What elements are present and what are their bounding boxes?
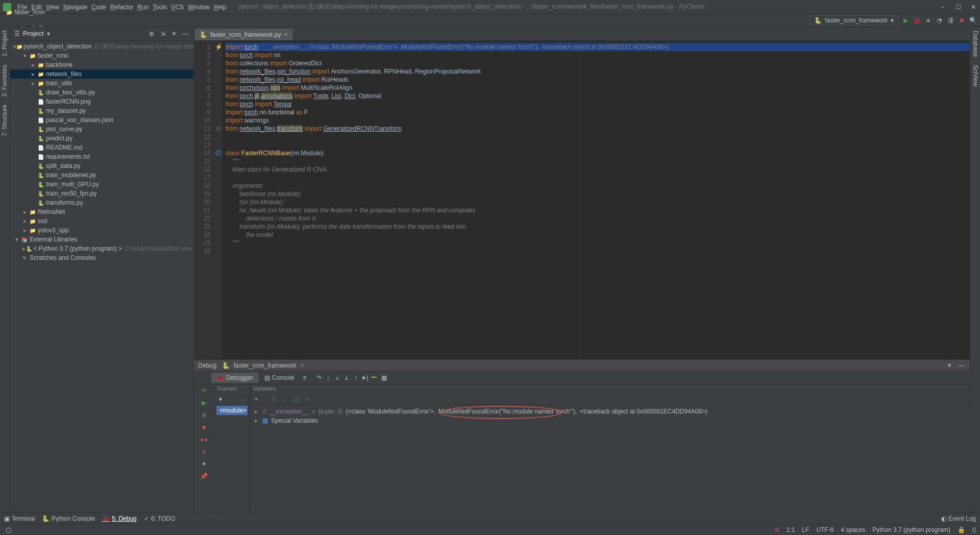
frame-down-icon[interactable]: ↓ [239, 395, 247, 403]
tree-item-backbone[interactable]: ▸📁backbone [10, 60, 193, 69]
tree-item-ssd[interactable]: ▸📁ssd [10, 216, 193, 226]
menu-help[interactable]: Help [212, 3, 229, 12]
profile-button[interactable]: ◔ [935, 16, 943, 25]
tree-item-network-files[interactable]: ▸📁network_files [10, 69, 193, 79]
run-to-cursor-icon[interactable]: ➤| [361, 374, 369, 382]
layout-icon[interactable]: ▦ [380, 374, 388, 382]
tree-item-draw-box-utils-py[interactable]: 🐍draw_box_utils.py [10, 88, 193, 97]
add-watch-icon[interactable]: + [252, 395, 260, 403]
var-exception[interactable]: ▸ ≡ __exception__ = {tuple: 3} (<class '… [253, 407, 967, 416]
stop-button[interactable]: ■ [958, 16, 966, 25]
console-tab[interactable]: ▤Console [259, 373, 300, 383]
breadcrumb-1[interactable]: 📁faster_rcnn [3, 9, 88, 16]
run-button[interactable]: ▶ [901, 16, 910, 25]
tw-eventlog[interactable]: ◐Event Log [941, 515, 976, 522]
var-special[interactable]: ▸ ▦ Special Variables [253, 416, 967, 425]
status-imgpipe-icon[interactable]: ⎙ [972, 526, 976, 533]
frame-up-icon[interactable]: ↑ [228, 395, 236, 403]
tree-item-spilt-data-py[interactable]: 🐍spilt_data.py [10, 161, 193, 171]
tw-todo[interactable]: ✓6: TODO [144, 515, 176, 522]
chevron-down-icon[interactable]: ▾ [47, 30, 50, 37]
tree-item-train-multi-gpu-py[interactable]: 🐍train_multi_GPU.py [10, 180, 193, 189]
status-indent[interactable]: 4 spaces [841, 526, 865, 533]
force-step-icon[interactable]: ⤓ [342, 374, 351, 382]
variables-body[interactable]: ▸ ≡ __exception__ = {tuple: 3} (<class '… [250, 405, 970, 513]
tab-faster-rcnn-framework[interactable]: 🐍 faster_rcnn_framework.py × [194, 28, 293, 40]
close-button[interactable]: ✕ [970, 4, 977, 11]
search-everywhere-button[interactable]: 🔍 [969, 16, 977, 25]
tree-item-requirements-txt[interactable]: 📄requirements.txt [10, 152, 193, 161]
menu-code[interactable]: Code [89, 3, 108, 12]
menu-run[interactable]: Run [135, 3, 151, 12]
tree-item-external-libraries[interactable]: ▾📚External Libraries [10, 235, 193, 244]
settings-icon[interactable]: ✶ [170, 30, 178, 38]
expand-icon[interactable]: ▸ [253, 417, 259, 424]
status-error-icon[interactable]: ⊘ [774, 526, 779, 533]
tree-item-train-utils[interactable]: ▸📁train_utils [10, 79, 193, 88]
mute-breakpoints-icon[interactable]: ⊘ [200, 448, 208, 456]
status-le[interactable]: LF [802, 526, 809, 533]
locate-icon[interactable]: ⊕ [148, 30, 156, 38]
gutter-tab-sciview[interactable]: SciView [970, 61, 980, 90]
tree-item-pytorch-object-detection[interactable]: ▾📁pytorch_object_detectionE:\测试\deep-lea… [10, 42, 193, 51]
step-out-icon[interactable]: ↑ [352, 374, 360, 382]
tree-item-pascal-voc-classes-json[interactable]: 📄pascal_voc_classes.json [10, 115, 193, 125]
tree-item-retinanet[interactable]: ▸📁RetinaNet [10, 207, 193, 216]
status-enc[interactable]: UTF-8 [816, 526, 834, 533]
tree-item-transforms-py[interactable]: 🐍transforms.py [10, 198, 193, 207]
run-config-dropdown[interactable]: 🐍 faster_rcnn_framework ▾ [810, 15, 898, 26]
menu-tools[interactable]: Tools [151, 3, 169, 12]
tree-item-fasterrcnn-png[interactable]: 📄fasterRCNN.png [10, 97, 193, 106]
tree-item--python-3-7-python-program-[interactable]: ▸🐍< Python 3.7 (python program) >D:\anac… [10, 244, 193, 253]
project-tree[interactable]: ▾📁pytorch_object_detectionE:\测试\deep-lea… [10, 41, 193, 513]
tw-debug[interactable]: 🐞5: Debug [102, 515, 137, 522]
stop-debug-icon[interactable]: ■ [200, 423, 208, 431]
collapse-icon[interactable]: ⇲ [159, 30, 167, 38]
threads-icon[interactable]: ≡ [301, 374, 309, 382]
tree-item-faster-rcnn[interactable]: ▾📁faster_rcnn [10, 51, 193, 60]
status-interpreter[interactable]: Python 3.7 (python program) [872, 526, 950, 533]
var-tool-3[interactable]: ◫ [292, 395, 300, 403]
tree-item-scratches-and-consoles[interactable]: ✎Scratches and Consoles [10, 253, 193, 262]
menu-window[interactable]: Window [186, 3, 212, 12]
gutter-tab-structure[interactable]: 7: Structure [0, 101, 10, 140]
var-tool-2[interactable]: … [281, 395, 289, 403]
resume-icon[interactable]: ▶ [200, 399, 208, 407]
tree-item-yolov3-spp[interactable]: ▸📁yolov3_spp [10, 226, 193, 235]
debugger-tab[interactable]: 🐞Debugger [211, 373, 258, 383]
evaluate-icon[interactable]: 📟 [370, 374, 378, 382]
status-toggle-icon[interactable]: ▢ [4, 526, 12, 534]
step-into-icon[interactable]: ↓ [324, 374, 332, 382]
tree-item-predict-py[interactable]: 🐍predict.py [10, 134, 193, 143]
tree-item-plot-curve-py[interactable]: 🐍plot_curve.py [10, 125, 193, 134]
gutter-tab-database[interactable]: Database [970, 27, 980, 61]
status-pos[interactable]: 1:1 [787, 526, 795, 533]
debug-hide-icon[interactable]: — [958, 361, 966, 370]
gutter-tab-favorites[interactable]: 2: Favorites [0, 61, 10, 101]
var-tool-4[interactable]: ≡ [303, 395, 311, 403]
tree-item-train-res50-fpn-py[interactable]: 🐍train_res50_fpn.py [10, 189, 193, 198]
pause-icon[interactable]: ⏸ [200, 411, 208, 419]
view-breakpoints-icon[interactable]: ●● [200, 435, 208, 444]
status-lock-icon[interactable]: 🔒 [958, 526, 965, 533]
tw-terminal[interactable]: ▣Terminal [4, 515, 35, 522]
tw-pyconsole[interactable]: 🐍Python Console [42, 515, 95, 522]
tree-item-readme-md[interactable]: 📄README.md [10, 143, 193, 152]
maximize-button[interactable]: ☐ [954, 4, 962, 11]
debug-button[interactable]: 🐞 [913, 16, 921, 25]
coverage-button[interactable]: ⎈ [924, 16, 932, 25]
debug-settings-icon[interactable]: ✶ [945, 361, 953, 370]
rerun-icon[interactable]: ⟳ [200, 386, 208, 395]
step-over-icon[interactable]: ↷ [315, 374, 323, 382]
tree-item-train-mobilenet-py[interactable]: 🐍train_mobilenet.py [10, 171, 193, 180]
debug-session[interactable]: faster_rcnn_framework [234, 362, 297, 369]
close-tab-icon[interactable]: × [284, 31, 288, 38]
gutter-tab-project[interactable]: 1: Project [0, 27, 10, 61]
frames-dropdown[interactable]: ▾ [216, 395, 225, 403]
expand-icon[interactable]: ▸ [253, 408, 259, 415]
step-into-my-icon[interactable]: ⇣ [333, 374, 341, 382]
frame-module[interactable]: <module> [216, 406, 248, 415]
code-editor[interactable]: 1234567891011121314151617181920212223242… [194, 41, 970, 359]
settings-debug-icon[interactable]: ✶ [200, 460, 208, 468]
concurrency-button[interactable]: ⇶ [946, 16, 954, 25]
